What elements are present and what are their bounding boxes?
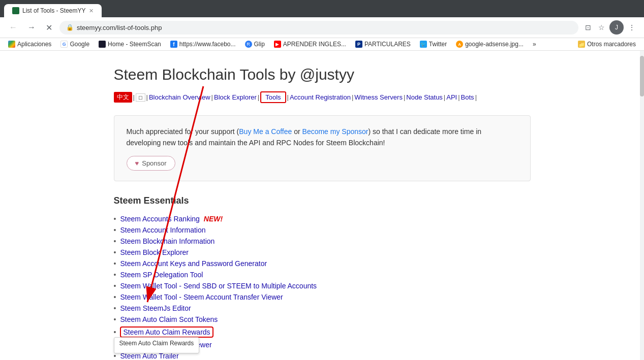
profile-button[interactable]: J: [609, 20, 624, 35]
become-sponsor-link[interactable]: Become my Sponsor: [302, 127, 369, 136]
bookmarks-bar: Aplicaciones G Google Home - SteemScan f…: [0, 38, 644, 51]
youtube-icon: ▶: [274, 41, 281, 48]
chinese-btn[interactable]: 中文: [114, 92, 132, 103]
nav-bots[interactable]: Bots: [461, 93, 474, 101]
tab-close-btn[interactable]: ✕: [89, 8, 94, 14]
back-button[interactable]: ←: [6, 21, 20, 34]
bookmark-twitter[interactable]: 🐦 Twitter: [416, 40, 451, 49]
url-text: steemyy.com/list-of-tools.php: [77, 24, 572, 31]
facebook-icon: f: [170, 41, 177, 48]
highlight-box: Steem Auto Claim Rewards: [120, 326, 213, 338]
list-item-highlighted: Steem Auto Claim Rewards Steem Auto Clai…: [114, 325, 531, 339]
nav-block-explorer[interactable]: Block Explorer: [214, 93, 257, 101]
nav-witness-servers[interactable]: Witness Servers: [354, 93, 403, 101]
bookmark-facebook[interactable]: f https://www.facebo...: [166, 40, 240, 49]
star-button[interactable]: ☆: [596, 21, 607, 34]
tools-list: Steem Accounts Ranking NEW! Steem Accoun…: [114, 213, 531, 360]
list-item: Steem Blockchain Information: [114, 236, 531, 247]
list-item: Steem Account Keys and Password Generato…: [114, 258, 531, 269]
nav-bar: ← → ✕ 🔒 steemyy.com/list-of-tools.php ⊡ …: [0, 17, 644, 38]
buy-coffee-link[interactable]: Buy Me a Coffee: [239, 127, 292, 136]
apps-icon: [8, 41, 15, 48]
menu-button[interactable]: ⋮: [626, 21, 638, 34]
support-box: Much appreciated for your support (Buy M…: [114, 115, 531, 181]
tool-link-accounts-ranking[interactable]: Steem Accounts Ranking: [120, 215, 199, 223]
bookmark-adsense[interactable]: A google-adsense.jpg...: [452, 40, 528, 49]
address-bar[interactable]: 🔒 steemyy.com/list-of-tools.php: [59, 21, 578, 35]
paypal-icon: P: [355, 41, 362, 48]
adsense-icon: A: [456, 41, 463, 48]
page-content: Steem Blockchain Tools by @justyy 中文 | □…: [94, 51, 551, 360]
list-item: Steem SteemJs Editor: [114, 303, 531, 314]
tool-link-wallet-send[interactable]: Steem Wallet Tool - Send SBD or STEEM to…: [120, 282, 317, 290]
bookmark-paypal[interactable]: P PARTICULARES: [351, 40, 415, 49]
nav-account-registration[interactable]: Account Registration: [290, 93, 351, 101]
section-title: Steem Essentials: [114, 195, 531, 206]
tool-link-wallet-transfer[interactable]: Steem Wallet Tool - Steem Account Transf…: [120, 293, 283, 301]
list-item: Steem Account Information: [114, 224, 531, 236]
bookmark-label: Twitter: [429, 41, 447, 48]
scroll-thumb: [640, 56, 644, 96]
bookmark-label: Glip: [254, 41, 265, 48]
tool-link-keys-generator[interactable]: Steem Account Keys and Password Generato…: [120, 259, 267, 268]
bookmark-label: Home - SteemScan: [108, 41, 161, 48]
sponsor-btn-label: Sponsor: [142, 159, 166, 167]
sponsor-button[interactable]: ♥ Sponsor: [127, 156, 175, 171]
bookmark-steamscan[interactable]: Home - SteemScan: [95, 40, 165, 49]
nav-node-status[interactable]: Node Status: [406, 93, 443, 101]
nav-blockchain-overview[interactable]: Blockchain Overview: [149, 93, 210, 101]
tool-link-account-info[interactable]: Steem Account Information: [120, 226, 205, 234]
list-item: Steem Wallet Tool - Steem Account Transf…: [114, 291, 531, 303]
tool-link-blockchain-info[interactable]: Steem Blockchain Information: [120, 237, 214, 245]
support-text: Much appreciated for your support (Buy M…: [127, 126, 518, 149]
twitter-icon: 🐦: [420, 41, 427, 48]
tab-favicon: [12, 7, 19, 14]
bookmark-label: https://www.facebo...: [179, 41, 236, 48]
list-item: Steem Auto Claim Scot Tokens: [114, 314, 531, 325]
nav-api[interactable]: API: [446, 93, 457, 101]
steamscan-icon: [99, 41, 106, 48]
list-item: Steem Wallet Tool - Send SBD or STEEM to…: [114, 280, 531, 291]
bookmark-label: google-adsense.jpg...: [465, 41, 524, 48]
bookmark-more[interactable]: »: [529, 40, 540, 49]
reload-button[interactable]: ✕: [43, 21, 55, 35]
list-item: Steem Accounts Ranking NEW!: [114, 213, 531, 224]
browser-tab[interactable]: List of Tools - SteemYY ✕: [4, 4, 102, 17]
bookmark-otros[interactable]: 📁 Otros marcadores: [574, 40, 640, 49]
bookmark-glip[interactable]: R Glip: [241, 40, 269, 49]
tool-link-claim-rewards[interactable]: Steem Auto Claim Rewards: [123, 328, 210, 336]
google-icon: G: [60, 41, 68, 48]
list-item: Steem Block Explorer: [114, 247, 531, 258]
square-btn[interactable]: □: [136, 93, 145, 102]
list-item: Steem SP Delegation Tool: [114, 269, 531, 280]
more-label: »: [533, 41, 536, 48]
glip-icon: R: [245, 41, 252, 48]
tool-link-claim-scot[interactable]: Steem Auto Claim Scot Tokens: [120, 315, 218, 323]
heart-icon: ♥: [135, 159, 139, 167]
tooltip: Steem Auto Claim Rewards: [114, 337, 200, 353]
tool-link-steemjs-editor[interactable]: Steem SteemJs Editor: [120, 304, 191, 312]
tool-link-sp-delegation[interactable]: Steem SP Delegation Tool: [120, 271, 203, 279]
page-wrapper: Steem Blockchain Tools by @justyy 中文 | □…: [0, 51, 644, 360]
bookmark-label: APRENDER INGLES...: [283, 41, 346, 48]
bookmark-label: Otros marcadores: [587, 41, 636, 48]
bookmark-label: Aplicaciones: [17, 41, 51, 48]
scrollbar[interactable]: [640, 51, 644, 360]
page-title: Steem Blockchain Tools by @justyy: [114, 66, 531, 83]
page-nav-links: 中文 | □ | Blockchain Overview | Block Exp…: [114, 91, 531, 103]
lock-icon: 🔒: [66, 24, 74, 31]
bookmark-label: Google: [70, 41, 89, 48]
bookmark-youtube[interactable]: ▶ APRENDER INGLES...: [270, 40, 350, 49]
nav-tools-active[interactable]: Tools: [260, 91, 286, 103]
forward-button[interactable]: →: [24, 21, 39, 34]
bookmark-aplicaciones[interactable]: Aplicaciones: [4, 40, 55, 49]
tool-link-block-explorer[interactable]: Steem Block Explorer: [120, 248, 189, 256]
tab-title: List of Tools - SteemYY: [22, 7, 86, 14]
bookmark-google[interactable]: G Google: [56, 40, 94, 49]
nav-icons: ⊡ ☆ J ⋮: [582, 20, 638, 35]
folder-icon: 📁: [578, 41, 585, 48]
bookmark-label: PARTICULARES: [364, 41, 411, 48]
cast-button[interactable]: ⊡: [582, 21, 594, 34]
new-badge: NEW!: [204, 215, 223, 223]
